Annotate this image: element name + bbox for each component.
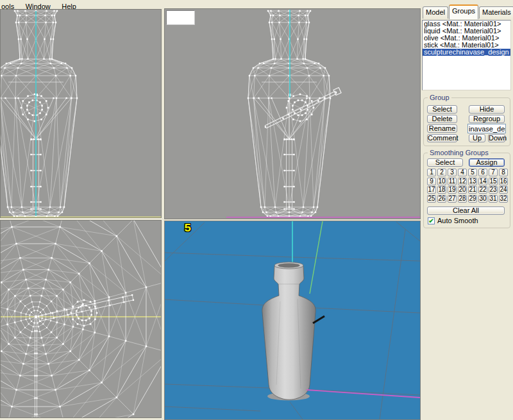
smoothing-group-button-11[interactable]: 11 (448, 178, 457, 185)
smoothing-group-button-25[interactable]: 25 (427, 195, 436, 203)
group-box-title: Group (428, 94, 451, 101)
group-down-button[interactable]: Down (488, 134, 505, 142)
auto-smooth-checkbox[interactable]: ✔ (428, 217, 435, 224)
smoothing-select-button[interactable]: Select (427, 158, 463, 167)
shaded-canvas (165, 221, 420, 419)
smoothing-group-button-20[interactable]: 20 (458, 186, 467, 194)
app-window: { "menu": { "items": ["ools", "Window", … (0, 0, 513, 420)
viewport-front-wireframe-right[interactable] (164, 8, 421, 219)
smoothing-group-button-23[interactable]: 23 (489, 186, 498, 194)
viewport-front-wireframe-left[interactable] (0, 9, 162, 218)
smoothing-group-button-15[interactable]: 15 (489, 178, 498, 185)
smoothing-assign-button[interactable]: Assign (469, 158, 505, 167)
group-delete-button[interactable]: Delete (427, 115, 457, 123)
tab-groups[interactable]: Groups (449, 4, 478, 19)
smoothing-group-button-13[interactable]: 13 (468, 178, 477, 185)
smoothing-group-button-30[interactable]: 30 (478, 195, 487, 203)
group-list-item[interactable]: sculpturechinavase_design <No Materi (423, 49, 510, 56)
smoothing-group-button-32[interactable]: 32 (499, 195, 508, 203)
viewport-3d-shaded[interactable]: 5 (164, 221, 421, 420)
smoothing-group-button-5[interactable]: 5 (468, 169, 477, 176)
tab-model[interactable]: Model (423, 6, 448, 19)
smoothing-group-button-1[interactable]: 1 (427, 169, 436, 176)
smoothing-group-button-26[interactable]: 26 (437, 195, 446, 203)
smoothing-group-button-4[interactable]: 4 (458, 169, 467, 176)
smoothing-group-button-8[interactable]: 8 (499, 169, 508, 176)
side-panel: ModelGroupsMaterialsJoints glass <Mat.: … (421, 0, 513, 420)
auto-smooth-label: Auto Smooth (437, 217, 478, 224)
smoothing-group-button-27[interactable]: 27 (448, 195, 457, 203)
wireframe-canvas (165, 9, 420, 219)
smoothing-box-title: Smoothing Groups (428, 149, 491, 156)
smoothing-group-button-16[interactable]: 16 (499, 178, 508, 185)
smoothing-group-button-22[interactable]: 22 (478, 186, 487, 194)
smoothing-group-button-29[interactable]: 29 (468, 195, 477, 203)
smoothing-group-button-17[interactable]: 17 (427, 186, 436, 194)
smoothing-group-button-3[interactable]: 3 (448, 169, 457, 176)
smoothing-group-button-12[interactable]: 12 (458, 178, 467, 185)
wireframe-canvas (1, 221, 161, 417)
group-rename-button[interactable]: Rename (427, 124, 457, 133)
group-box: Group Select Hide Delete Regroup Rename … (423, 97, 510, 146)
smoothing-group-button-2[interactable]: 2 (437, 169, 446, 176)
group-regroup-button[interactable]: Regroup (469, 115, 505, 123)
smoothing-group-button-31[interactable]: 31 (489, 195, 498, 203)
tab-materials[interactable]: Materials (479, 6, 513, 19)
menu-bar: ools Window Help (0, 0, 421, 9)
smoothing-group-button-7[interactable]: 7 (489, 169, 498, 176)
smoothing-group-button-18[interactable]: 18 (437, 186, 446, 194)
panel-tabs: ModelGroupsMaterialsJoints (423, 6, 513, 19)
smoothing-groups-box: Smoothing Groups Select Assign 123456789… (423, 153, 510, 228)
group-hide-button[interactable]: Hide (469, 105, 505, 113)
smoothing-group-button-14[interactable]: 14 (478, 178, 487, 185)
viewport-text-edit-box[interactable] (166, 10, 195, 25)
smoothing-group-button-10[interactable]: 10 (437, 178, 446, 185)
smoothing-group-button-9[interactable]: 9 (427, 178, 436, 185)
wireframe-canvas (1, 10, 161, 217)
group-comment-button[interactable]: Comment (427, 134, 457, 142)
group-name-field[interactable]: inavase_design (467, 124, 506, 133)
smoothing-group-button-28[interactable]: 28 (458, 195, 467, 203)
groups-list[interactable]: glass <Mat.: Material01>liquid <Mat.: Ma… (422, 20, 511, 90)
viewport-top-wireframe[interactable] (0, 220, 162, 418)
group-up-button[interactable]: Up (469, 134, 485, 142)
smoothing-group-button-6[interactable]: 6 (478, 169, 487, 176)
viewport-frame-number: 5 (184, 222, 191, 235)
smoothing-group-button-24[interactable]: 24 (499, 186, 508, 194)
smoothing-group-button-21[interactable]: 21 (468, 186, 477, 194)
group-select-button[interactable]: Select (427, 105, 457, 113)
clear-all-button[interactable]: Clear All (427, 206, 505, 215)
smoothing-group-button-19[interactable]: 19 (448, 186, 457, 194)
